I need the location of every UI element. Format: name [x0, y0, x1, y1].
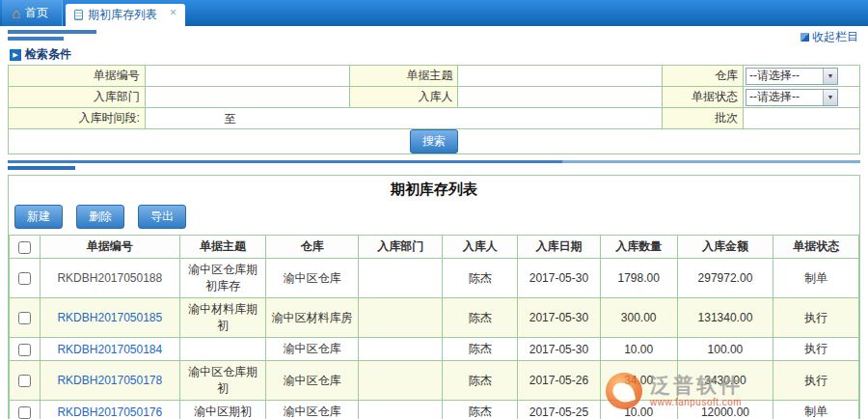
batch-label: 批次	[663, 108, 744, 129]
document-icon	[74, 10, 83, 20]
cell-status: 制单	[773, 401, 859, 419]
cell-person: 陈杰	[443, 361, 518, 401]
tab-initial-inventory-list[interactable]: 期初库存列表 ×	[66, 4, 185, 26]
cell-amount: 12000.00	[677, 401, 773, 419]
cell-warehouse: 渝中区材料库房	[266, 298, 359, 338]
cell-qty: 300.00	[600, 298, 677, 338]
col-warehouse: 仓库	[266, 236, 359, 259]
doc-no-link[interactable]: RKDBH2017050184	[57, 343, 162, 356]
search-section-header: ▶ 检索条件	[0, 44, 868, 65]
to-label: 至	[225, 112, 236, 126]
cell-amount: 297972.00	[677, 259, 773, 298]
cell-warehouse: 渝中区仓库	[266, 401, 359, 419]
status-select-value: --请选择--	[746, 89, 823, 105]
cell-warehouse: 渝中区仓库	[266, 338, 359, 361]
search-button[interactable]: 搜索	[410, 129, 458, 154]
status-select[interactable]: --请选择-- ▼	[746, 89, 838, 106]
section-divider	[8, 160, 860, 170]
table-row: RKDBH2017050184 渝中区仓库 陈杰 2017-05-30 10.0…	[10, 338, 859, 361]
cell-date: 2017-05-30	[518, 338, 601, 361]
cell-subject	[179, 338, 266, 361]
col-person: 入库人	[443, 236, 518, 259]
cell-person: 陈杰	[443, 259, 518, 298]
cell-date: 2017-05-25	[518, 401, 601, 419]
search-form: 单据编号 单据主题 仓库 --请选择-- ▼ 入库部门 入库人 单据状态 --请…	[8, 65, 860, 154]
cell-person: 陈杰	[443, 338, 518, 361]
cell-date: 2017-05-26	[518, 361, 601, 401]
person-label: 入库人	[349, 87, 458, 108]
cell-warehouse: 渝中区仓库	[266, 259, 359, 298]
date-from-input[interactable]	[148, 110, 221, 127]
table-row: RKDBH2017050178 渝中区仓库期初 渝中区仓库 陈杰 2017-05…	[10, 361, 859, 401]
person-input[interactable]	[460, 89, 660, 106]
dept-input[interactable]	[148, 89, 347, 106]
period-label: 入库时间段:	[9, 108, 146, 129]
inventory-table: 单据编号 单据主题 仓库 入库部门 入库人 入库日期 入库数量 入库金额 单据状…	[9, 235, 859, 419]
cell-amount: 3430.00	[677, 361, 773, 401]
col-doc-no: 单据编号	[40, 236, 179, 259]
doc-no-link[interactable]: RKDBH2017050176	[57, 405, 162, 419]
cell-dept	[358, 259, 443, 298]
col-qty: 入库数量	[600, 236, 677, 259]
doc-no-link[interactable]: RKDBH2017050188	[57, 271, 162, 285]
col-amount: 入库金额	[677, 236, 773, 259]
cell-dept	[358, 361, 443, 401]
cell-person: 陈杰	[443, 298, 518, 338]
delete-button[interactable]: 删除	[76, 205, 124, 229]
table-row: RKDBH2017050188 渝中区仓库期初库存 渝中区仓库 陈杰 2017-…	[10, 259, 859, 298]
subject-label: 单据主题	[349, 66, 458, 87]
row-checkbox[interactable]	[18, 406, 31, 419]
tab-home[interactable]: ⌂ 首页	[2, 0, 63, 26]
tab-home-label: 首页	[25, 5, 48, 21]
tab-bar: ⌂ 首页 期初库存列表 ×	[0, 0, 868, 26]
row-checkbox[interactable]	[18, 312, 31, 324]
row-checkbox[interactable]	[18, 272, 31, 285]
cell-person: 陈杰	[443, 401, 518, 419]
select-all-checkbox[interactable]	[18, 241, 31, 254]
home-icon: ⌂	[12, 6, 20, 20]
row-checkbox[interactable]	[18, 375, 31, 387]
cell-date: 2017-05-30	[518, 298, 601, 338]
cell-subject: 渝中材料库期初	[179, 298, 266, 338]
search-section-title: 检索条件	[25, 46, 71, 63]
action-toolbar: 新建 删除 导出	[9, 202, 859, 235]
close-icon[interactable]: ×	[170, 7, 176, 18]
export-button[interactable]: 导出	[138, 205, 186, 229]
doc-no-link[interactable]: RKDBH2017050178	[57, 374, 162, 387]
cell-status: 执行	[773, 298, 859, 338]
create-button[interactable]: 新建	[14, 205, 63, 229]
cell-qty: 10.00	[600, 338, 677, 361]
cell-amount: 100.00	[677, 338, 773, 361]
list-panel: 期初库存列表 新建 删除 导出 单据编号 单据主题 仓库 入库部门 入库人 入库…	[8, 175, 860, 419]
date-to-input[interactable]	[240, 110, 354, 127]
collapse-columns-link[interactable]: 收起栏目	[800, 29, 858, 45]
cell-qty: 34.00	[600, 361, 677, 401]
cell-status: 执行	[773, 338, 859, 361]
collapse-columns-label: 收起栏目	[812, 29, 858, 45]
chevron-down-icon: ▼	[823, 90, 837, 105]
chevron-down-icon: ▼	[823, 69, 837, 84]
dept-label: 入库部门	[9, 87, 146, 108]
cell-amount: 131340.00	[677, 298, 773, 338]
cell-warehouse: 渝中区仓库	[266, 361, 359, 401]
tab-active-label: 期初库存列表	[88, 7, 157, 23]
cell-dept	[358, 338, 443, 361]
warehouse-label: 仓库	[663, 66, 744, 87]
doc-no-input[interactable]	[148, 68, 347, 85]
batch-input[interactable]	[746, 110, 857, 127]
doc-no-label: 单据编号	[9, 66, 146, 87]
page-title: 期初库存列表	[9, 176, 859, 202]
row-checkbox[interactable]	[18, 344, 31, 356]
col-date: 入库日期	[518, 236, 601, 259]
col-dept: 入库部门	[358, 236, 443, 259]
cell-subject: 渝中区期初	[179, 401, 266, 419]
status-label: 单据状态	[663, 87, 744, 108]
subject-input[interactable]	[460, 68, 660, 85]
warehouse-select[interactable]: --请选择-- ▼	[746, 68, 838, 85]
cell-dept	[358, 298, 443, 338]
cell-subject: 渝中区仓库期初	[179, 361, 266, 401]
cell-qty: 10.00	[600, 401, 677, 419]
cell-date: 2017-05-30	[518, 259, 601, 298]
top-strip: 收起栏目	[0, 26, 868, 44]
doc-no-link[interactable]: RKDBH2017050185	[57, 311, 162, 324]
